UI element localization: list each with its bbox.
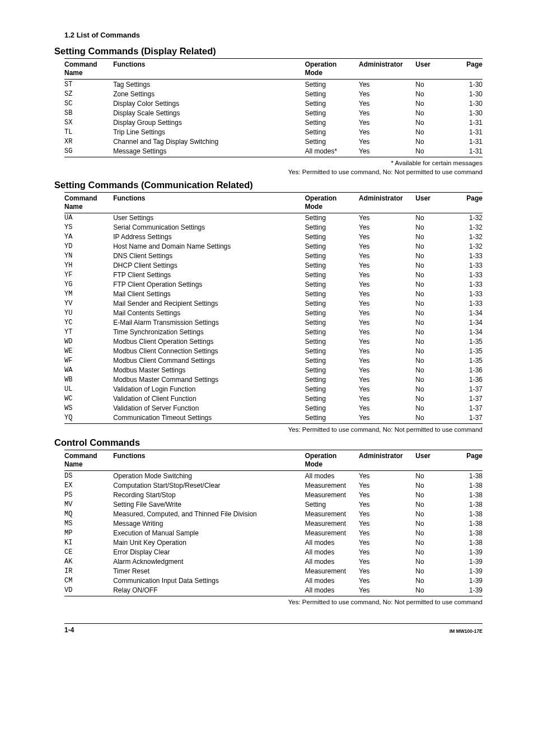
cell: Time Synchronization Settings (113, 328, 305, 337)
cell: All modes (305, 547, 359, 557)
cell: MV (64, 500, 113, 509)
cell: Yes (359, 270, 415, 280)
cell: No (415, 290, 455, 299)
table-row: MVSetting File Save/WriteSettingYesNo1-3… (64, 500, 483, 509)
cell: Setting (305, 223, 359, 232)
table-header: User (415, 192, 455, 213)
cell: Yes (359, 137, 415, 146)
cell: Setting (305, 232, 359, 242)
cell: Yes (359, 309, 415, 318)
table-header: CommandName (64, 450, 113, 471)
table-row: TLTrip Line SettingsSettingYesNo1-31 (64, 127, 483, 137)
cell: MQ (64, 509, 113, 519)
cell: No (415, 118, 455, 127)
cell: Yes (359, 251, 415, 261)
cell: IR (64, 566, 113, 576)
cell: Setting (305, 242, 359, 251)
cell: Setting (305, 89, 359, 99)
cell: No (415, 585, 455, 596)
cell: Main Unit Key Operation (113, 538, 305, 547)
cell: Communication Input Data Settings (113, 576, 305, 585)
cell: Yes (359, 99, 415, 108)
table-row: WBModbus Master Command SettingsSettingY… (64, 375, 483, 385)
cell: Yes (359, 519, 415, 528)
cell: WD (64, 337, 113, 347)
cell: YH (64, 261, 113, 270)
cell: 1-33 (455, 299, 483, 309)
cell: Measurement (305, 566, 359, 576)
section-title: Setting Commands (Display Related) (54, 46, 483, 57)
cell: No (415, 576, 455, 585)
cell: No (415, 490, 455, 500)
cell: Measured, Computed, and Thinned File Div… (113, 509, 305, 519)
cell: No (415, 566, 455, 576)
cell: All modes (305, 538, 359, 547)
cell: Setting (305, 385, 359, 394)
cell: 1-39 (455, 585, 483, 596)
cell: Yes (359, 471, 415, 481)
cell: 1-31 (455, 146, 483, 157)
cell: Setting (305, 80, 359, 90)
table-header: User (415, 450, 455, 471)
cell: E-Mail Alarm Transmission Settings (113, 318, 305, 328)
cell: WA (64, 366, 113, 375)
cell: Yes (359, 337, 415, 347)
cell: 1-33 (455, 261, 483, 270)
cell: EX (64, 480, 113, 490)
table-row: YNDNS Client SettingsSettingYesNo1-33 (64, 251, 483, 261)
cell: 1-32 (455, 242, 483, 251)
table-notes: * Available for certain messagesYes: Per… (64, 158, 483, 176)
cell: No (415, 318, 455, 328)
cell: SC (64, 99, 113, 108)
cell: Setting (305, 213, 359, 223)
table-row: YSSerial Communication SettingsSettingYe… (64, 223, 483, 232)
cell: Yes (359, 280, 415, 290)
table-row: AKAlarm AcknowledgmentAll modesYesNo1-39 (64, 557, 483, 566)
cell: No (415, 137, 455, 146)
cell: Yes (359, 261, 415, 270)
cell: 1-36 (455, 375, 483, 385)
cell: Yes (359, 146, 415, 157)
table-row: YQCommunication Timeout SettingsSettingY… (64, 413, 483, 424)
cell: Yes (359, 538, 415, 547)
command-table: CommandNameFunctionsOperationModeAdminis… (64, 450, 483, 596)
cell: Setting (305, 99, 359, 108)
cell: 1-37 (455, 404, 483, 413)
cell: No (415, 261, 455, 270)
cell: Yes (359, 318, 415, 328)
cell: 1-31 (455, 118, 483, 127)
table-row: UAUser SettingsSettingYesNo1-32 (64, 213, 483, 223)
cell: No (415, 280, 455, 290)
cell: CE (64, 547, 113, 557)
table-row: EXComputation Start/Stop/Reset/ClearMeas… (64, 480, 483, 490)
table-row: MQMeasured, Computed, and Thinned File D… (64, 509, 483, 519)
cell: Measurement (305, 480, 359, 490)
cell: Yes (359, 500, 415, 509)
table-row: SZZone SettingsSettingYesNo1-30 (64, 89, 483, 99)
table-row: YDHost Name and Domain Name SettingsSett… (64, 242, 483, 251)
cell: MP (64, 528, 113, 538)
table-row: PSRecording Start/StopMeasurementYesNo1-… (64, 490, 483, 500)
table-row: YFFTP Client SettingsSettingYesNo1-33 (64, 270, 483, 280)
cell: YD (64, 242, 113, 251)
cell: Modbus Client Command Settings (113, 356, 305, 366)
cell: 1-31 (455, 127, 483, 137)
table-header: Administrator (359, 192, 415, 213)
cell: Zone Settings (113, 89, 305, 99)
cell: 1-37 (455, 385, 483, 394)
table-row: YGFTP Client Operation SettingsSettingYe… (64, 280, 483, 290)
cell: Validation of Server Function (113, 404, 305, 413)
cell: Setting (305, 127, 359, 137)
cell: Yes (359, 356, 415, 366)
cell: No (415, 127, 455, 137)
cell: 1-33 (455, 251, 483, 261)
cell: Display Scale Settings (113, 108, 305, 118)
cell: Yes (359, 127, 415, 137)
cell: Setting (305, 404, 359, 413)
cell: Execution of Manual Sample (113, 528, 305, 538)
cell: Tag Settings (113, 80, 305, 90)
table-header: Page (455, 450, 483, 471)
cell: Setting (305, 318, 359, 328)
table-row: SBDisplay Scale SettingsSettingYesNo1-30 (64, 108, 483, 118)
cell: Measurement (305, 519, 359, 528)
